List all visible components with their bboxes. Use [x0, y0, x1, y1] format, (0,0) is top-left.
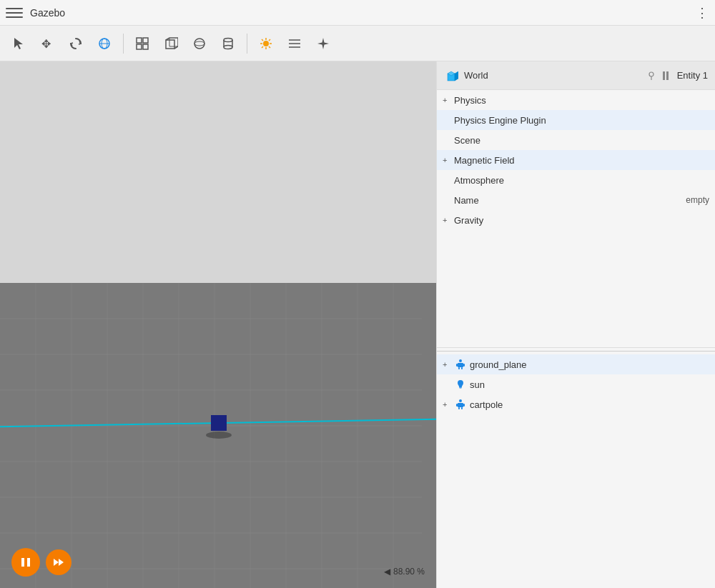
- right-panel: World Entity 1 + Physics Physics Engine …: [436, 61, 715, 588]
- titlebar: Gazebo ⋮: [0, 0, 715, 26]
- svg-line-25: [262, 46, 263, 48]
- svg-rect-48: [21, 558, 24, 567]
- world-pause-icon[interactable]: [663, 71, 669, 80]
- tree-item-atmosphere[interactable]: Atmosphere: [437, 170, 715, 190]
- rotate-tool-button[interactable]: [63, 31, 89, 56]
- svg-rect-68: [463, 404, 465, 407]
- viewport[interactable]: ◀ 88.90 %: [0, 61, 436, 588]
- viewport-sky: [0, 61, 436, 283]
- world-view-tool-button[interactable]: [92, 31, 117, 56]
- tree-spacer: [437, 230, 715, 344]
- tree-panel: + Physics Physics Engine Plugin Scene + …: [437, 90, 715, 588]
- playback-controls: [11, 548, 72, 577]
- tree-item-gravity[interactable]: + Gravity: [437, 210, 715, 230]
- main-area: ◀ 88.90 % World Entity 1: [0, 61, 715, 588]
- tree-item-scene[interactable]: Scene: [437, 130, 715, 150]
- svg-marker-54: [455, 71, 458, 81]
- svg-line-22: [262, 39, 263, 41]
- toolbar-separator-2: [247, 34, 247, 54]
- svg-rect-62: [461, 367, 463, 369]
- zoom-arrow-icon: ◀: [384, 567, 390, 577]
- svg-rect-58: [458, 363, 463, 367]
- svg-rect-67: [456, 404, 458, 407]
- tree-item-name[interactable]: Name empty: [437, 190, 715, 210]
- pause-button[interactable]: [11, 548, 40, 577]
- sun-tool-button[interactable]: [253, 31, 279, 56]
- move-tool-button[interactable]: ✥: [34, 31, 60, 56]
- svg-rect-61: [458, 367, 460, 369]
- svg-rect-49: [27, 558, 30, 567]
- grid-tool-button[interactable]: [129, 31, 155, 56]
- sparkle-tool-button[interactable]: [310, 31, 336, 56]
- fast-forward-button[interactable]: [46, 549, 72, 575]
- cartpole-robot-icon: [454, 398, 467, 411]
- world-cube-icon: [444, 69, 458, 83]
- pin-icon: [646, 70, 657, 81]
- svg-rect-8: [166, 40, 174, 49]
- svg-point-65: [459, 399, 462, 402]
- name-value: empty: [686, 195, 709, 205]
- magnetic-field-expand-icon[interactable]: +: [443, 156, 453, 164]
- svg-point-17: [263, 41, 269, 46]
- toolbar: ✥: [0, 26, 715, 61]
- viewport-ground[interactable]: ◀ 88.90 %: [0, 283, 436, 588]
- world-title-label: World: [464, 70, 640, 81]
- tree-item-physics[interactable]: + Physics: [437, 90, 715, 110]
- world-header: World Entity 1: [437, 61, 715, 90]
- svg-marker-51: [59, 559, 64, 566]
- sun-light-icon: [454, 378, 467, 391]
- tree-item-ground-plane[interactable]: + ground_plane: [437, 354, 715, 374]
- gravity-label: Gravity: [454, 215, 709, 226]
- entities-section: + ground_plane: [437, 351, 715, 414]
- tree-item-physics-engine-plugin[interactable]: Physics Engine Plugin: [437, 110, 715, 130]
- tree-item-sun[interactable]: sun: [437, 374, 715, 394]
- svg-line-23: [269, 46, 270, 48]
- svg-rect-5: [143, 38, 148, 43]
- sphere-tool-button[interactable]: [187, 31, 212, 56]
- svg-point-57: [459, 359, 462, 362]
- box-tool-button[interactable]: [158, 31, 184, 56]
- ground-plane-robot-icon: [454, 358, 467, 371]
- tree-separator: [437, 347, 715, 348]
- zoom-level-display: ◀ 88.90 %: [384, 567, 425, 577]
- app-title: Gazebo: [30, 7, 696, 19]
- name-label: Name: [454, 195, 686, 206]
- menu-icon[interactable]: [6, 4, 23, 21]
- cube-shadow: [206, 432, 232, 439]
- sun-label: sun: [470, 379, 709, 390]
- lines-tool-button[interactable]: [282, 31, 307, 56]
- svg-line-24: [269, 39, 270, 41]
- svg-point-55: [649, 72, 654, 76]
- physics-engine-plugin-label: Physics Engine Plugin: [454, 115, 709, 126]
- cylinder-tool-button[interactable]: [215, 31, 241, 56]
- svg-rect-66: [458, 403, 463, 407]
- blue-cube-object[interactable]: [211, 415, 227, 431]
- svg-rect-4: [137, 38, 142, 43]
- svg-point-11: [194, 39, 204, 49]
- physics-label: Physics: [454, 95, 709, 106]
- gravity-expand-icon[interactable]: +: [443, 216, 453, 224]
- svg-rect-59: [456, 364, 458, 367]
- svg-rect-64: [460, 388, 462, 389]
- scene-label: Scene: [454, 135, 709, 146]
- entity-label: Entity 1: [677, 70, 708, 81]
- toolbar-separator-1: [123, 34, 124, 54]
- ground-plane-expand-icon[interactable]: +: [443, 360, 453, 369]
- svg-rect-6: [137, 44, 142, 49]
- svg-rect-60: [463, 364, 465, 367]
- svg-rect-63: [459, 387, 462, 388]
- svg-point-16: [224, 45, 232, 49]
- svg-text:✥: ✥: [41, 38, 51, 50]
- tree-item-cartpole[interactable]: + cartpole: [437, 394, 715, 414]
- physics-expand-icon[interactable]: +: [443, 96, 453, 104]
- cartpole-expand-icon[interactable]: +: [443, 400, 453, 409]
- more-icon[interactable]: ⋮: [696, 5, 709, 21]
- svg-rect-69: [458, 407, 460, 409]
- magnetic-field-label: Magnetic Field: [454, 155, 709, 166]
- svg-rect-70: [461, 407, 463, 409]
- cartpole-label: cartpole: [470, 399, 709, 410]
- select-tool-button[interactable]: [6, 31, 31, 56]
- atmosphere-label: Atmosphere: [454, 175, 709, 186]
- tree-item-magnetic-field[interactable]: + Magnetic Field: [437, 150, 715, 170]
- ground-plane-label: ground_plane: [470, 359, 709, 370]
